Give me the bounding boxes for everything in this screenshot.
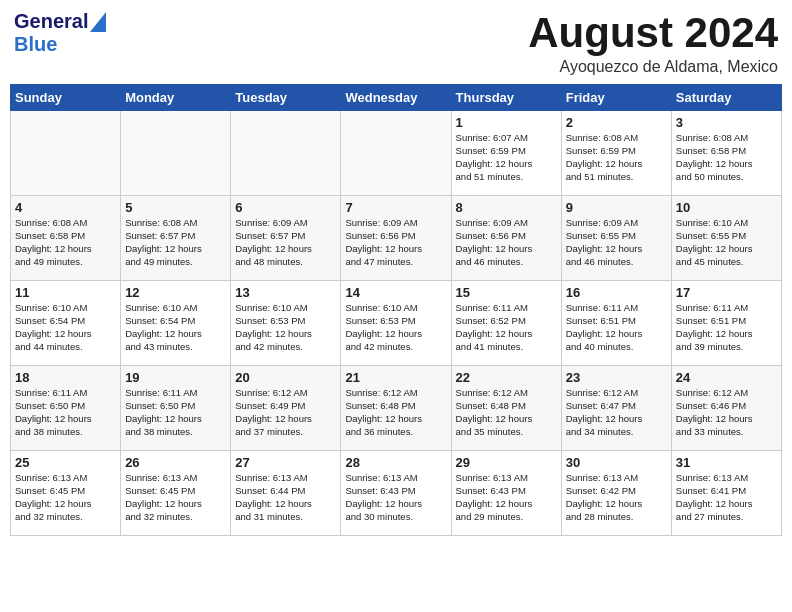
calendar-cell: 25Sunrise: 6:13 AM Sunset: 6:45 PM Dayli… <box>11 451 121 536</box>
calendar-week-row: 25Sunrise: 6:13 AM Sunset: 6:45 PM Dayli… <box>11 451 782 536</box>
day-header-saturday: Saturday <box>671 85 781 111</box>
day-number: 11 <box>15 285 116 300</box>
logo: General Blue <box>14 10 106 56</box>
cell-info: Sunrise: 6:10 AM Sunset: 6:54 PM Dayligh… <box>125 302 226 353</box>
calendar-cell <box>121 111 231 196</box>
cell-info: Sunrise: 6:11 AM Sunset: 6:50 PM Dayligh… <box>125 387 226 438</box>
calendar-cell: 15Sunrise: 6:11 AM Sunset: 6:52 PM Dayli… <box>451 281 561 366</box>
cell-info: Sunrise: 6:12 AM Sunset: 6:48 PM Dayligh… <box>345 387 446 438</box>
day-header-tuesday: Tuesday <box>231 85 341 111</box>
calendar-cell: 17Sunrise: 6:11 AM Sunset: 6:51 PM Dayli… <box>671 281 781 366</box>
day-number: 27 <box>235 455 336 470</box>
calendar-cell: 19Sunrise: 6:11 AM Sunset: 6:50 PM Dayli… <box>121 366 231 451</box>
day-number: 15 <box>456 285 557 300</box>
day-number: 6 <box>235 200 336 215</box>
calendar-cell: 30Sunrise: 6:13 AM Sunset: 6:42 PM Dayli… <box>561 451 671 536</box>
calendar-header-row: SundayMondayTuesdayWednesdayThursdayFrid… <box>11 85 782 111</box>
day-number: 21 <box>345 370 446 385</box>
calendar-cell: 5Sunrise: 6:08 AM Sunset: 6:57 PM Daylig… <box>121 196 231 281</box>
calendar-cell: 18Sunrise: 6:11 AM Sunset: 6:50 PM Dayli… <box>11 366 121 451</box>
calendar-week-row: 11Sunrise: 6:10 AM Sunset: 6:54 PM Dayli… <box>11 281 782 366</box>
calendar-cell: 23Sunrise: 6:12 AM Sunset: 6:47 PM Dayli… <box>561 366 671 451</box>
cell-info: Sunrise: 6:13 AM Sunset: 6:45 PM Dayligh… <box>15 472 116 523</box>
cell-info: Sunrise: 6:10 AM Sunset: 6:53 PM Dayligh… <box>235 302 336 353</box>
day-number: 24 <box>676 370 777 385</box>
cell-info: Sunrise: 6:13 AM Sunset: 6:45 PM Dayligh… <box>125 472 226 523</box>
cell-info: Sunrise: 6:11 AM Sunset: 6:52 PM Dayligh… <box>456 302 557 353</box>
day-number: 14 <box>345 285 446 300</box>
day-number: 26 <box>125 455 226 470</box>
cell-info: Sunrise: 6:08 AM Sunset: 6:59 PM Dayligh… <box>566 132 667 183</box>
cell-info: Sunrise: 6:13 AM Sunset: 6:41 PM Dayligh… <box>676 472 777 523</box>
calendar-cell: 14Sunrise: 6:10 AM Sunset: 6:53 PM Dayli… <box>341 281 451 366</box>
cell-info: Sunrise: 6:08 AM Sunset: 6:57 PM Dayligh… <box>125 217 226 268</box>
day-number: 19 <box>125 370 226 385</box>
cell-info: Sunrise: 6:11 AM Sunset: 6:51 PM Dayligh… <box>676 302 777 353</box>
cell-info: Sunrise: 6:08 AM Sunset: 6:58 PM Dayligh… <box>15 217 116 268</box>
day-header-monday: Monday <box>121 85 231 111</box>
calendar-cell <box>11 111 121 196</box>
cell-info: Sunrise: 6:12 AM Sunset: 6:48 PM Dayligh… <box>456 387 557 438</box>
calendar-cell: 4Sunrise: 6:08 AM Sunset: 6:58 PM Daylig… <box>11 196 121 281</box>
calendar-cell: 10Sunrise: 6:10 AM Sunset: 6:55 PM Dayli… <box>671 196 781 281</box>
logo-triangle-icon <box>90 12 106 32</box>
cell-info: Sunrise: 6:13 AM Sunset: 6:44 PM Dayligh… <box>235 472 336 523</box>
calendar-cell: 28Sunrise: 6:13 AM Sunset: 6:43 PM Dayli… <box>341 451 451 536</box>
calendar-week-row: 18Sunrise: 6:11 AM Sunset: 6:50 PM Dayli… <box>11 366 782 451</box>
calendar-cell: 26Sunrise: 6:13 AM Sunset: 6:45 PM Dayli… <box>121 451 231 536</box>
day-number: 2 <box>566 115 667 130</box>
cell-info: Sunrise: 6:11 AM Sunset: 6:51 PM Dayligh… <box>566 302 667 353</box>
calendar-week-row: 1Sunrise: 6:07 AM Sunset: 6:59 PM Daylig… <box>11 111 782 196</box>
cell-info: Sunrise: 6:12 AM Sunset: 6:46 PM Dayligh… <box>676 387 777 438</box>
day-number: 8 <box>456 200 557 215</box>
day-number: 22 <box>456 370 557 385</box>
calendar-cell: 24Sunrise: 6:12 AM Sunset: 6:46 PM Dayli… <box>671 366 781 451</box>
calendar-cell: 3Sunrise: 6:08 AM Sunset: 6:58 PM Daylig… <box>671 111 781 196</box>
month-title: August 2024 <box>528 10 778 56</box>
day-header-friday: Friday <box>561 85 671 111</box>
title-area: August 2024 Ayoquezco de Aldama, Mexico <box>528 10 778 76</box>
day-header-sunday: Sunday <box>11 85 121 111</box>
cell-info: Sunrise: 6:10 AM Sunset: 6:55 PM Dayligh… <box>676 217 777 268</box>
day-number: 12 <box>125 285 226 300</box>
calendar-cell: 6Sunrise: 6:09 AM Sunset: 6:57 PM Daylig… <box>231 196 341 281</box>
cell-info: Sunrise: 6:09 AM Sunset: 6:55 PM Dayligh… <box>566 217 667 268</box>
logo-general-text: General <box>14 10 88 33</box>
day-number: 17 <box>676 285 777 300</box>
day-number: 29 <box>456 455 557 470</box>
day-number: 30 <box>566 455 667 470</box>
day-number: 10 <box>676 200 777 215</box>
calendar-cell: 9Sunrise: 6:09 AM Sunset: 6:55 PM Daylig… <box>561 196 671 281</box>
day-number: 1 <box>456 115 557 130</box>
calendar-cell: 31Sunrise: 6:13 AM Sunset: 6:41 PM Dayli… <box>671 451 781 536</box>
calendar-table: SundayMondayTuesdayWednesdayThursdayFrid… <box>10 84 782 536</box>
calendar-cell <box>231 111 341 196</box>
calendar-cell: 13Sunrise: 6:10 AM Sunset: 6:53 PM Dayli… <box>231 281 341 366</box>
cell-info: Sunrise: 6:13 AM Sunset: 6:42 PM Dayligh… <box>566 472 667 523</box>
day-number: 31 <box>676 455 777 470</box>
day-number: 18 <box>15 370 116 385</box>
calendar-cell: 21Sunrise: 6:12 AM Sunset: 6:48 PM Dayli… <box>341 366 451 451</box>
calendar-cell: 29Sunrise: 6:13 AM Sunset: 6:43 PM Dayli… <box>451 451 561 536</box>
calendar-cell: 11Sunrise: 6:10 AM Sunset: 6:54 PM Dayli… <box>11 281 121 366</box>
calendar-cell: 12Sunrise: 6:10 AM Sunset: 6:54 PM Dayli… <box>121 281 231 366</box>
calendar-cell: 20Sunrise: 6:12 AM Sunset: 6:49 PM Dayli… <box>231 366 341 451</box>
cell-info: Sunrise: 6:09 AM Sunset: 6:56 PM Dayligh… <box>456 217 557 268</box>
calendar-cell: 2Sunrise: 6:08 AM Sunset: 6:59 PM Daylig… <box>561 111 671 196</box>
location-title: Ayoquezco de Aldama, Mexico <box>528 58 778 76</box>
calendar-cell: 16Sunrise: 6:11 AM Sunset: 6:51 PM Dayli… <box>561 281 671 366</box>
cell-info: Sunrise: 6:13 AM Sunset: 6:43 PM Dayligh… <box>456 472 557 523</box>
cell-info: Sunrise: 6:08 AM Sunset: 6:58 PM Dayligh… <box>676 132 777 183</box>
day-number: 9 <box>566 200 667 215</box>
cell-info: Sunrise: 6:13 AM Sunset: 6:43 PM Dayligh… <box>345 472 446 523</box>
calendar-cell: 1Sunrise: 6:07 AM Sunset: 6:59 PM Daylig… <box>451 111 561 196</box>
cell-info: Sunrise: 6:09 AM Sunset: 6:57 PM Dayligh… <box>235 217 336 268</box>
day-number: 3 <box>676 115 777 130</box>
calendar-cell <box>341 111 451 196</box>
cell-info: Sunrise: 6:09 AM Sunset: 6:56 PM Dayligh… <box>345 217 446 268</box>
day-header-thursday: Thursday <box>451 85 561 111</box>
calendar-week-row: 4Sunrise: 6:08 AM Sunset: 6:58 PM Daylig… <box>11 196 782 281</box>
cell-info: Sunrise: 6:12 AM Sunset: 6:49 PM Dayligh… <box>235 387 336 438</box>
calendar-cell: 27Sunrise: 6:13 AM Sunset: 6:44 PM Dayli… <box>231 451 341 536</box>
cell-info: Sunrise: 6:11 AM Sunset: 6:50 PM Dayligh… <box>15 387 116 438</box>
